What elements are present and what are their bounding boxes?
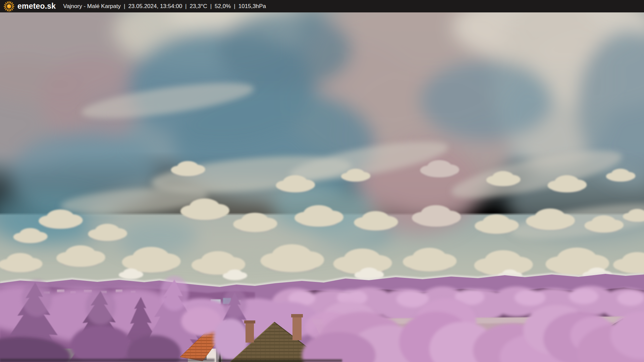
humidity: 52,0%: [215, 3, 231, 10]
temperature: 23,3°C: [190, 3, 207, 10]
webcam-image: [0, 12, 644, 362]
brand-logo-text: emeteo.sk: [17, 2, 56, 11]
sky: [0, 12, 644, 291]
separator: |: [124, 3, 125, 10]
sun-icon: [3, 1, 15, 12]
datetime: 23.05.2024, 13:54:00: [128, 3, 182, 10]
station-info: Vajnory - Malé Karpaty | 23.05.2024, 13:…: [63, 3, 266, 10]
separator: |: [185, 3, 186, 10]
header-bar: emeteo.sk Vajnory - Malé Karpaty | 23.05…: [0, 0, 644, 12]
pressure: 1015,3hPa: [238, 3, 266, 10]
separator: |: [210, 3, 212, 10]
chimney-right: [291, 314, 303, 340]
station-name: Vajnory - Malé Karpaty: [63, 3, 121, 10]
chimney-left: [244, 320, 255, 343]
separator: |: [234, 3, 235, 10]
